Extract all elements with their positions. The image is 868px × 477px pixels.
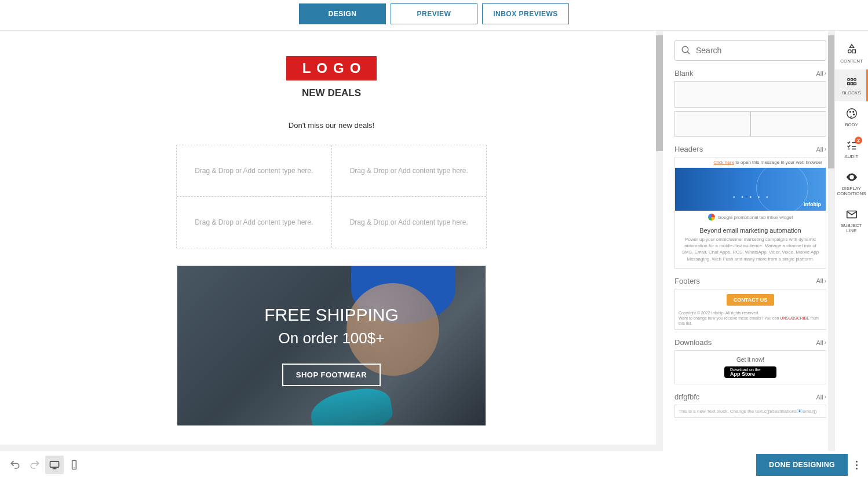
contact-us-button: CONTACT US — [727, 294, 774, 306]
rail-content[interactable]: CONTENT — [835, 38, 868, 69]
svg-point-6 — [851, 79, 853, 81]
section-headers-label: Headers — [674, 145, 703, 153]
eye-icon — [845, 171, 858, 184]
rail-display-conditions[interactable]: DISPLAY CONDITIONS — [835, 165, 868, 202]
mobile-icon — [68, 459, 80, 471]
top-tabs: DESIGN PREVIEW INBOX PREVIEWS — [0, 0, 868, 31]
canvas-horizontal-scrollbar[interactable] — [0, 445, 656, 451]
chevron-right-icon: › — [825, 146, 826, 152]
drop-cell[interactable]: Drag & Drop or Add content type here. — [177, 145, 331, 196]
footer-unsub-line: Want to change how you receive these ema… — [679, 315, 822, 326]
svg-point-0 — [682, 46, 688, 53]
blank-block-full[interactable] — [674, 81, 826, 108]
download-block-preview[interactable]: Get it now! Download on theApp Store — [674, 350, 826, 384]
svg-point-14 — [853, 114, 854, 115]
blank-all-link[interactable]: All› — [816, 70, 826, 77]
header-preview-google-row: Google promotional tab inbox widget — [675, 211, 826, 223]
audit-badge: 2 — [855, 137, 862, 144]
search-input[interactable] — [696, 46, 820, 55]
search-icon — [681, 45, 691, 56]
svg-rect-20 — [50, 461, 59, 467]
drop-grid: Drag & Drop or Add content type here. Dr… — [176, 145, 487, 248]
rail-audit[interactable]: 2 AUDIT — [835, 133, 868, 165]
header-preview-desc: Power up your omnichannel marketing camp… — [675, 236, 826, 268]
chevron-right-icon: › — [825, 394, 826, 400]
mobile-view-button[interactable] — [65, 456, 83, 474]
footer-copyright: Copyright © 2022 Infobip. All rights res… — [679, 310, 822, 315]
custom-block-preview[interactable]: This is a new Text block. Change the tex… — [674, 405, 826, 418]
google-icon — [708, 214, 715, 221]
svg-rect-8 — [847, 83, 849, 85]
svg-point-7 — [854, 79, 856, 81]
svg-point-5 — [847, 79, 849, 81]
hero-title: FREE SHIPPING — [264, 305, 399, 325]
svg-marker-2 — [849, 45, 854, 48]
redo-button[interactable] — [25, 456, 44, 474]
email-canvas[interactable]: LOGO NEW DEALS Don't miss our new deals!… — [36, 40, 627, 425]
undo-button[interactable] — [6, 456, 24, 474]
svg-point-3 — [848, 50, 851, 53]
svg-point-13 — [852, 111, 854, 112]
more-menu-button[interactable] — [856, 461, 858, 469]
blocks-icon — [845, 75, 858, 88]
undo-icon — [9, 459, 21, 471]
svg-point-12 — [849, 111, 851, 112]
custom-all-link[interactable]: All› — [816, 394, 826, 401]
downloads-all-link[interactable]: All› — [816, 339, 826, 346]
canvas-vertical-scrollbar[interactable] — [656, 31, 663, 451]
drop-cell[interactable]: Drag & Drop or Add content type here. — [177, 197, 331, 248]
blocks-panel: BlankAll› HeadersAll› Click here to open… — [666, 31, 834, 451]
rail-label: BLOCKS — [842, 90, 860, 96]
desktop-view-button[interactable] — [45, 456, 64, 474]
logo-text: LOGO — [302, 60, 367, 76]
logo-block[interactable]: LOGO — [286, 56, 377, 80]
rail-label: BODY — [845, 122, 858, 127]
drop-cell[interactable]: Drag & Drop or Add content type here. — [331, 197, 487, 248]
section-downloads-label: Downloads — [674, 338, 712, 347]
svg-line-1 — [687, 52, 690, 54]
hero-subtitle: On order 100$+ — [279, 329, 385, 347]
canvas-area: LOGO NEW DEALS Don't miss our new deals!… — [0, 31, 666, 451]
rail-label: DISPLAY CONDITIONS — [836, 186, 867, 196]
section-custom-label: drfgfbfc — [674, 392, 699, 401]
envelope-icon — [845, 208, 858, 221]
tab-preview[interactable]: PREVIEW — [391, 3, 477, 24]
right-rail: CONTENT BLOCKS BODY 2 AUDIT DISPLAY COND… — [834, 31, 868, 451]
drop-cell[interactable]: Drag & Drop or Add content type here. — [331, 145, 487, 196]
palette-icon — [845, 107, 858, 120]
header-preview-banner: • • • • • infobip — [675, 168, 826, 211]
done-designing-button[interactable]: DONE DESIGNING — [756, 454, 848, 476]
search-input-wrapper[interactable] — [674, 40, 826, 61]
blank-block-split[interactable] — [674, 111, 826, 137]
headers-all-link[interactable]: All› — [816, 146, 826, 153]
header-preview-topbar: Click here to open this message in your … — [675, 157, 826, 168]
download-title: Get it now! — [679, 357, 822, 363]
svg-point-11 — [847, 109, 856, 119]
footer-block-preview[interactable]: CONTACT US Copyright © 2022 Infobip. All… — [674, 289, 826, 330]
rail-body[interactable]: BODY — [835, 101, 868, 133]
section-blank-label: Blank — [674, 69, 694, 78]
desktop-icon — [49, 459, 60, 471]
workspace: LOGO NEW DEALS Don't miss our new deals!… — [0, 31, 868, 451]
svg-rect-9 — [851, 83, 853, 85]
header-preview-title: Beyond email marketing automation — [675, 223, 826, 236]
shapes-icon — [845, 43, 858, 56]
chevron-right-icon: › — [825, 278, 826, 284]
shop-footwear-button[interactable]: SHOP FOOTWEAR — [282, 364, 381, 386]
tab-design[interactable]: DESIGN — [299, 3, 386, 24]
hero-block[interactable]: FREE SHIPPING On order 100$+ SHOP FOOTWE… — [177, 266, 486, 425]
subline-text[interactable]: Don't miss our new deals! — [36, 121, 627, 130]
brand-label: infobip — [804, 201, 821, 207]
footers-all-link[interactable]: All› — [816, 277, 826, 284]
rail-label: AUDIT — [845, 154, 859, 159]
headline-text[interactable]: NEW DEALS — [36, 87, 627, 99]
section-footers-label: Footers — [674, 277, 700, 285]
rail-blocks[interactable]: BLOCKS — [835, 69, 868, 101]
bottom-bar: DONE DESIGNING — [0, 451, 868, 477]
svg-rect-4 — [852, 50, 855, 53]
panel-vertical-scrollbar[interactable] — [828, 31, 834, 451]
rail-subject-line[interactable]: SUBJECT LINE — [835, 202, 868, 239]
tab-inbox-previews[interactable]: INBOX PREVIEWS — [482, 3, 569, 24]
header-block-preview[interactable]: Click here to open this message in your … — [674, 157, 826, 269]
svg-rect-10 — [854, 83, 856, 85]
